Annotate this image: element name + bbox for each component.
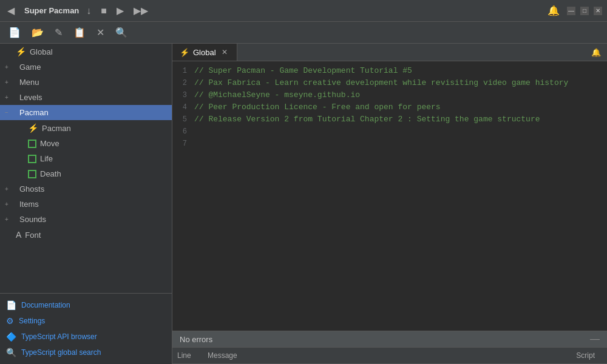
sidebar-label-death: Death [40,169,61,178]
copy-button[interactable]: 📋 [70,24,89,41]
notification-bell[interactable]: 🔔 [585,44,607,61]
error-table: Line Message Script [172,348,607,364]
tab-global[interactable]: ⚡ Global ✕ [172,44,237,61]
download-button[interactable]: ↓ [84,4,93,18]
col-header-line: Line [172,350,203,361]
font-icon: A [16,230,21,240]
titlebar: ◀ Super Pacman ↓ ■ ▶ ▶▶ 🔔 — □ ✕ [0,0,607,22]
tab-label: Global [193,48,216,57]
sidebar-label-font: Font [25,231,41,240]
sidebar-label-levels: Levels [19,93,42,102]
line-num-3: 3 [172,91,194,99]
line-num-6: 6 [172,127,194,136]
panel-minimize-button[interactable]: — [590,334,600,345]
sidebar-item-game[interactable]: + Game [0,59,172,75]
bottom-panel-header: No errors — [172,331,607,348]
line-num-1: 1 [172,67,194,75]
sidebar-label-pacman-group: Pacman [19,108,49,117]
editor-area: ⚡ Global ✕ 🔔 1 // Super Pacman - Game De… [172,44,607,364]
settings-link[interactable]: ⚙ Settings [0,313,172,329]
sidebar-item-levels[interactable]: + Levels [0,90,172,105]
delete-button[interactable]: ✕ [93,24,108,41]
sidebar: ⚡ Global + Game + Menu + Levels [0,44,172,364]
sidebar-item-move[interactable]: Move [0,136,172,151]
line-content-2: // Pax Fabrica - Learn creative developm… [194,78,568,87]
documentation-label: Documentation [21,301,70,309]
typescript-search-label: TypeScript global search [21,348,101,357]
app-title: Super Pacman [24,6,79,15]
col-header-message: Message [203,350,551,361]
code-line-5: 5 // Release Version 2 from Tutorial Cha… [172,115,607,127]
col-header-script: Script [551,350,600,361]
edit-button[interactable]: ✎ [51,24,66,41]
sidebar-item-global[interactable]: ⚡ Global [0,44,172,59]
scrollbar-placeholder [600,350,607,361]
open-folder-button[interactable]: 📂 [28,24,47,41]
settings-label: Settings [19,317,45,325]
code-editor[interactable]: 1 // Super Pacman - Game Development Tut… [172,61,607,331]
new-file-button[interactable]: 📄 [5,24,24,41]
sidebar-item-font[interactable]: A Font [0,227,172,243]
line-content-5: // Release Version 2 from Tutorial Chapt… [194,115,540,124]
code-line-3: 3 // @MichaelSeyne - mseyne.github.io [172,90,607,103]
search-button[interactable]: 🔍 [112,24,131,41]
sidebar-item-life[interactable]: Life [0,151,172,166]
sidebar-label-items: Items [19,200,39,209]
line-content-1: // Super Pacman - Game Development Tutor… [194,66,412,75]
grid-icon-move [28,140,36,148]
sidebar-label-menu: Menu [19,78,39,87]
code-line-6: 6 [172,127,607,139]
code-line-4: 4 // Peer Production Licence - Free and … [172,103,607,115]
sidebar-tree: ⚡ Global + Game + Menu + Levels [0,44,172,293]
no-errors-label: No errors [180,335,585,344]
expand-icon-items: + [5,201,12,207]
grid-icon-life [28,155,36,163]
expand-icon-pacman: − [5,109,12,116]
line-num-4: 4 [172,103,194,112]
table-header: Line Message Script [172,348,607,364]
sidebar-label-life: Life [40,154,53,163]
sidebar-item-pacman[interactable]: ⚡ Pacman [0,120,172,136]
bell-button[interactable]: 🔔 [545,4,562,18]
sidebar-item-death[interactable]: Death [0,166,172,181]
sidebar-item-items[interactable]: + Items [0,197,172,212]
tab-bar: ⚡ Global ✕ 🔔 [172,44,607,61]
toolbar: 📄 📂 ✎ 📋 ✕ 🔍 [0,22,607,44]
close-window-button[interactable]: ✕ [594,7,602,15]
typescript-api-label: TypeScript API browser [21,332,97,341]
maximize-window-button[interactable]: □ [580,7,589,15]
typescript-api-link[interactable]: 🔷 TypeScript API browser [0,329,172,345]
sidebar-item-pacman-group[interactable]: − Pacman [0,105,172,120]
sidebar-footer: 📄 Documentation ⚙ Settings 🔷 TypeScript … [0,293,172,364]
main-area: ⚡ Global + Game + Menu + Levels [0,44,607,364]
grid-icon-death [28,170,36,178]
sidebar-label-pacman: Pacman [42,124,71,133]
expand-icon-levels: + [5,94,12,101]
code-line-1: 1 // Super Pacman - Game Development Tut… [172,66,607,78]
typescript-search-link[interactable]: 🔍 TypeScript global search [0,345,172,360]
typescript-api-icon: 🔷 [6,332,16,342]
sidebar-item-menu[interactable]: + Menu [0,75,172,90]
tab-lightning-icon: ⚡ [180,48,189,57]
minimize-window-button[interactable]: — [567,7,575,15]
typescript-search-icon: 🔍 [6,348,16,357]
sidebar-label-global: Global [30,47,53,56]
line-content-6 [194,127,199,136]
bottom-panel: No errors — Line Message Script [172,331,607,364]
documentation-icon: 📄 [6,300,16,310]
fast-forward-button[interactable]: ▶▶ [131,4,151,18]
stop-button[interactable]: ■ [98,4,109,18]
expand-icon-sounds: + [5,216,12,223]
code-line-2: 2 // Pax Fabrica - Learn creative develo… [172,78,607,90]
play-button[interactable]: ▶ [114,4,126,18]
line-content-4: // Peer Production Licence - Free and op… [194,103,441,112]
sidebar-item-sounds[interactable]: + Sounds [0,212,172,227]
lightning-icon-pacman: ⚡ [28,123,38,133]
sidebar-label-sounds: Sounds [19,215,46,224]
tab-close-button[interactable]: ✕ [220,47,229,57]
line-content-7 [194,139,199,148]
back-button[interactable]: ◀ [5,4,17,18]
sidebar-item-ghosts[interactable]: + Ghosts [0,181,172,197]
sidebar-label-ghosts: Ghosts [19,184,44,194]
documentation-link[interactable]: 📄 Documentation [0,297,172,313]
